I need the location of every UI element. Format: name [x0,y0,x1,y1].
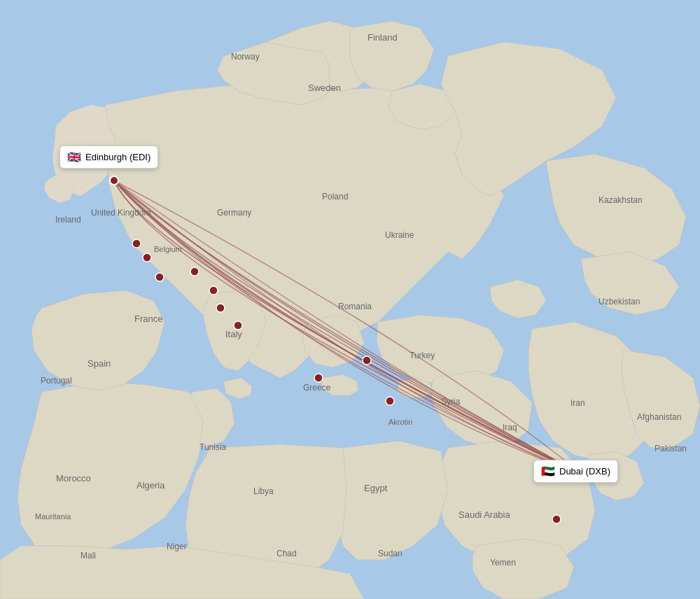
svg-text:Finland: Finland [368,32,398,43]
svg-text:Italy: Italy [225,329,242,339]
svg-text:Algeria: Algeria [136,480,165,491]
edinburgh-tooltip: 🇬🇧 Edinburgh (EDI) [59,146,158,169]
svg-text:Sudan: Sudan [378,549,402,558]
svg-text:Spain: Spain [88,358,111,369]
svg-text:Norway: Norway [231,52,260,62]
svg-text:Ireland: Ireland [55,215,81,225]
edinburgh-label: Edinburgh (EDI) [85,152,150,162]
svg-text:Syria: Syria [441,397,461,407]
svg-point-5 [209,286,218,295]
svg-point-4 [190,267,199,276]
svg-text:Akrotiri: Akrotiri [388,418,412,426]
svg-point-11 [552,515,561,523]
svg-text:Turkey: Turkey [410,351,435,360]
svg-point-2 [143,253,151,262]
svg-text:Poland: Poland [322,192,348,202]
svg-text:Pakistan: Pakistan [654,444,687,453]
svg-text:Greece: Greece [303,383,331,393]
svg-point-8 [314,374,323,382]
svg-text:Romania: Romania [338,302,372,311]
flight-map: Finland Sweden Norway Poland Ukraine Kaz… [0,0,700,599]
svg-text:Tunisia: Tunisia [200,442,227,452]
svg-text:Portugal: Portugal [41,376,72,386]
svg-text:Afghanistan: Afghanistan [637,412,681,422]
svg-point-6 [216,304,225,312]
svg-text:Sweden: Sweden [308,83,341,93]
svg-text:Libya: Libya [253,486,274,496]
svg-text:Chad: Chad [276,549,297,558]
svg-point-10 [386,397,394,405]
svg-text:United Kingdom: United Kingdom [91,208,150,218]
svg-text:Saudi Arabia: Saudi Arabia [458,509,510,520]
svg-text:Germany: Germany [217,208,251,218]
svg-text:Morocco: Morocco [56,473,91,484]
uae-flag-icon: 🇦🇪 [541,465,555,478]
svg-text:Belgium: Belgium [154,245,182,253]
svg-text:Yemen: Yemen [490,558,516,568]
svg-point-12 [110,176,118,185]
dubai-label: Dubai (DXB) [559,466,610,477]
svg-text:Iran: Iran [570,398,585,408]
svg-text:France: France [134,313,162,324]
svg-text:Uzbekistan: Uzbekistan [598,297,640,306]
svg-point-9 [363,356,371,365]
svg-text:Niger: Niger [167,542,187,551]
svg-text:Mali: Mali [80,551,96,561]
svg-text:Iraq: Iraq [503,423,517,432]
uk-flag-icon: 🇬🇧 [67,150,81,164]
svg-text:Egypt: Egypt [364,483,388,493]
svg-text:Ukraine: Ukraine [385,230,414,240]
svg-point-3 [155,273,164,281]
svg-text:Mauritania: Mauritania [35,512,71,521]
svg-point-1 [132,239,141,248]
dubai-tooltip: 🇦🇪 Dubai (DXB) [533,460,618,483]
svg-text:Kazakhstan: Kazakhstan [598,195,643,205]
